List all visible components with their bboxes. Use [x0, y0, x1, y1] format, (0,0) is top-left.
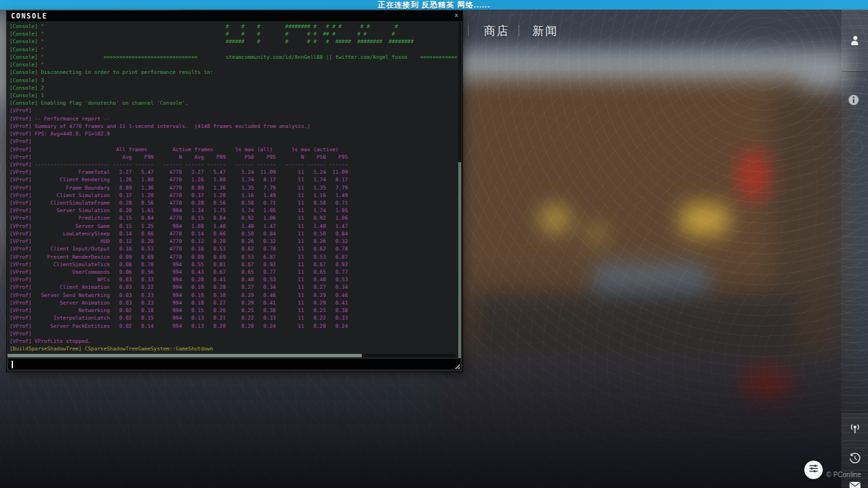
- console-log-line: [Console] 3: [10, 77, 457, 84]
- connection-status-text: 正在连接到 反恐精英 网络......: [377, 0, 490, 10]
- console-log-line: [Console] ": [10, 61, 457, 68]
- console-log-line: [VProf] Networking 0.02 0.18 994 0.15 0.…: [10, 307, 457, 314]
- console-title: CONSOLE: [7, 12, 47, 20]
- vertical-scrollbar-thumb[interactable]: [458, 162, 461, 363]
- console-log-line: [VProf] All frames Active frames 1s max …: [10, 146, 457, 153]
- console-log-line: [VProf]: [10, 330, 457, 337]
- tab-store[interactable]: 商店: [484, 23, 510, 39]
- console-log: [Console] " # # # ######## # # # # # # #…: [7, 21, 457, 354]
- tab-news-label: 新闻: [532, 25, 558, 38]
- console-log-line: [VProf] ClientSimulateTick 0.08 0.70 994…: [10, 261, 457, 268]
- menu-divider: [468, 25, 469, 36]
- console-log-line: [VProf] HUD 0.12 0.20 4770 0.12 0.20 0.2…: [10, 237, 457, 245]
- console-log-line: [Console] Enabling flag 'donotecho' on c…: [10, 99, 457, 107]
- text-caret: [12, 361, 13, 368]
- console-log-line: [VProf] -- Performance report --: [10, 115, 457, 123]
- console-horizontal-scrollbar: [8, 354, 456, 357]
- console-window: CONSOLE x [Console] " # # # ######## # #…: [7, 11, 462, 372]
- console-log-line: [VProf]: [10, 138, 457, 145]
- console-log-line: [Console] " ###### # # # # # ##### #####…: [10, 38, 457, 45]
- console-log-line: [Console] " # # # ######## # # # # # # #: [10, 23, 457, 30]
- console-log-line: [VProf] InterpolationLatch 0.02 0.15 994…: [10, 314, 457, 322]
- console-log-line: [VProf] Frame Boundary 0.89 1.36 4770 0.…: [10, 184, 457, 192]
- console-log-line: [BuildSparseShadowTree] CSparseShadowTre…: [10, 345, 457, 352]
- cs2-main-menu-screen: { "top_bar": { "status_text": "正在连接到 反恐精…: [0, 0, 868, 488]
- broadcast-icon: [848, 422, 862, 435]
- close-icon[interactable]: x: [455, 12, 458, 18]
- console-log-line: [VProf] Server Game 0.15 1.25 994 1.00 1…: [10, 222, 457, 230]
- console-log-line: [VProf] ------------------------ ------ …: [10, 161, 457, 168]
- console-log-line: [Console] 2: [10, 84, 457, 92]
- connection-status-bar: 正在连接到 反恐精英 网络......: [0, 0, 868, 10]
- console-log-line: [Console] " >>>>>>>>>>>>>>>>>>>>>>>>>>>>…: [10, 53, 457, 61]
- console-log-line: [VProf] Client Input/Output 0.10 0.53 47…: [10, 245, 457, 253]
- console-log-line: [VProf] Avg P99 N Avg P99 P50 P95 N P50 …: [10, 153, 457, 161]
- console-log-line: [VProf] FrameTotal 2.27 5.47 4770 2.27 5…: [10, 168, 457, 176]
- tab-store-label: 商店: [484, 25, 510, 38]
- console-log-line: [VProf] NPCs 0.03 0.33 994 0.20 0.41 0.4…: [10, 276, 457, 283]
- console-log-line: [VProf] UserCommands 0.06 0.56 994 0.43 …: [10, 268, 457, 276]
- console-log-line: [VProf] Client Simulation 0.37 1.20 4770…: [10, 192, 457, 199]
- console-vertical-scrollbar: [458, 23, 461, 363]
- sidebar-item-info[interactable]: [848, 96, 859, 107]
- console-log-line: [Console] Disconnecting in order to prin…: [10, 68, 457, 76]
- sidebar-item-profile[interactable]: [841, 10, 868, 72]
- sidebar-item-history[interactable]: [841, 444, 868, 473]
- user-icon: [849, 35, 860, 47]
- filters-button[interactable]: [804, 461, 823, 479]
- console-log-line: [VProf] Client Rendering 1.26 1.80 4770 …: [10, 176, 457, 183]
- console-titlebar[interactable]: CONSOLE x: [7, 11, 462, 21]
- console-log-line: [Console] 1: [10, 92, 457, 99]
- console-log-line: [VProf] Summary of 4770 frames and 11 1-…: [10, 123, 457, 130]
- console-log-line: [VProf] FPS: Avg=440.0, P1=182.9: [10, 130, 457, 138]
- sidebar-item-broadcast[interactable]: [841, 413, 868, 444]
- console-log-line: [VProf] Server Simulation 0.20 1.61 994 …: [10, 207, 457, 214]
- console-log-line: [Console] ": [10, 46, 457, 53]
- console-log-line: [VProf] Present_RenderDevice 0.09 0.69 4…: [10, 253, 457, 261]
- console-log-line: [VProf] ClientSimulateFrame 0.28 0.56 47…: [10, 199, 457, 207]
- resize-grip-icon[interactable]: [454, 363, 460, 369]
- console-log-line: [VProf] Server Animation 0.03 0.23 994 0…: [10, 299, 457, 307]
- filters-icon: [808, 463, 819, 476]
- console-log-line: [VProf]: [10, 107, 457, 114]
- console-log-line: [VProf] Server PackEntities 0.02 0.14 99…: [10, 322, 457, 330]
- console-log-line: [VProf] VProfLite stopped.: [10, 337, 457, 345]
- menu-divider: [519, 25, 519, 36]
- watermark: © PConline: [826, 471, 861, 478]
- console-log-line: [VProf] LowLatencySleep 0.14 0.66 4770 0…: [10, 230, 457, 237]
- mail-icon: [849, 481, 861, 488]
- console-log-line: [VProf] Prediction 0.15 0.84 4770 0.15 0…: [10, 214, 457, 222]
- console-log-line: [VProf] Server Send Networking 0.03 0.23…: [10, 292, 457, 299]
- history-icon: [849, 452, 861, 465]
- console-log-line: [Console] " # # # # # # ## # # # #: [10, 30, 457, 38]
- horizontal-scrollbar-thumb[interactable]: [8, 354, 362, 357]
- info-icon: [848, 94, 859, 108]
- console-input[interactable]: [8, 358, 461, 370]
- console-log-line: [VProf] Client_Animation 0.03 0.22 994 0…: [10, 283, 457, 291]
- tab-news[interactable]: 新闻: [532, 23, 558, 39]
